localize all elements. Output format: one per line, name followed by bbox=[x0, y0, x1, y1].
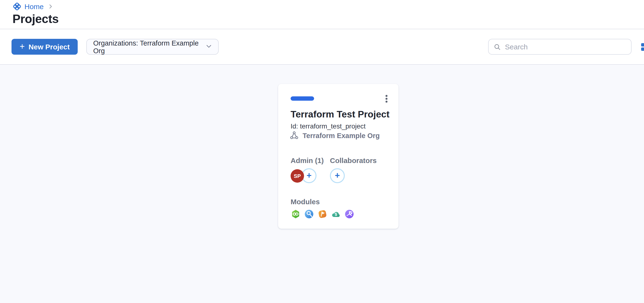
page-header: Home Projects bbox=[0, 0, 644, 29]
toolbar: + New Project Organizations: Terraform E… bbox=[0, 29, 644, 65]
new-project-button[interactable]: + New Project bbox=[12, 39, 78, 55]
module-cost-cloud-icon: $ bbox=[331, 210, 340, 218]
modules-row: $ bbox=[291, 210, 354, 218]
chevron-down-icon bbox=[206, 42, 213, 51]
breadcrumb-home-link[interactable]: Home bbox=[24, 2, 44, 10]
project-color-tag bbox=[290, 96, 314, 101]
organizations-filter-dropdown[interactable]: Organizations: Terraform Example Org bbox=[86, 39, 219, 55]
module-approval-check-icon bbox=[345, 210, 354, 218]
organization-icon bbox=[290, 131, 299, 140]
organization-name: Terraform Example Org bbox=[302, 132, 380, 139]
project-title: Terraform Test Project bbox=[290, 109, 390, 120]
svg-text:$: $ bbox=[335, 212, 337, 217]
breadcrumb: Home bbox=[12, 0, 644, 10]
organizations-filter-value: Organizations: Terraform Example Org bbox=[93, 39, 206, 54]
module-infinity-hexagon-icon bbox=[291, 210, 300, 218]
admin-avatar[interactable]: SP bbox=[290, 169, 304, 183]
admin-section-label: Admin (1) bbox=[290, 156, 324, 164]
modules-section-label: Modules bbox=[290, 198, 320, 206]
project-menu-kebab-icon[interactable] bbox=[383, 94, 390, 105]
app-logo-icon bbox=[12, 2, 22, 11]
grid-view-toggle-icon[interactable] bbox=[641, 43, 644, 51]
project-organization: Terraform Example Org bbox=[290, 131, 380, 140]
search-input[interactable] bbox=[505, 43, 626, 51]
search-icon bbox=[494, 43, 501, 50]
module-flag-icon bbox=[318, 210, 327, 218]
add-collaborator-button[interactable]: + bbox=[330, 168, 345, 183]
chevron-right-icon bbox=[48, 3, 54, 10]
app-screen: Home Projects + New Project Organization… bbox=[0, 0, 644, 303]
module-search-sphere-icon bbox=[304, 210, 314, 218]
search-box bbox=[488, 39, 632, 55]
page-title: Projects bbox=[12, 12, 644, 26]
project-card[interactable]: Terraform Test Project Id: terraform_tes… bbox=[278, 84, 398, 229]
plus-icon: + bbox=[20, 42, 25, 50]
collaborators-section-label: Collaborators bbox=[330, 156, 377, 164]
project-id: Id: terraform_test_project bbox=[290, 122, 366, 130]
new-project-label: New Project bbox=[28, 43, 70, 51]
projects-grid: Terraform Test Project Id: terraform_tes… bbox=[0, 65, 644, 302]
